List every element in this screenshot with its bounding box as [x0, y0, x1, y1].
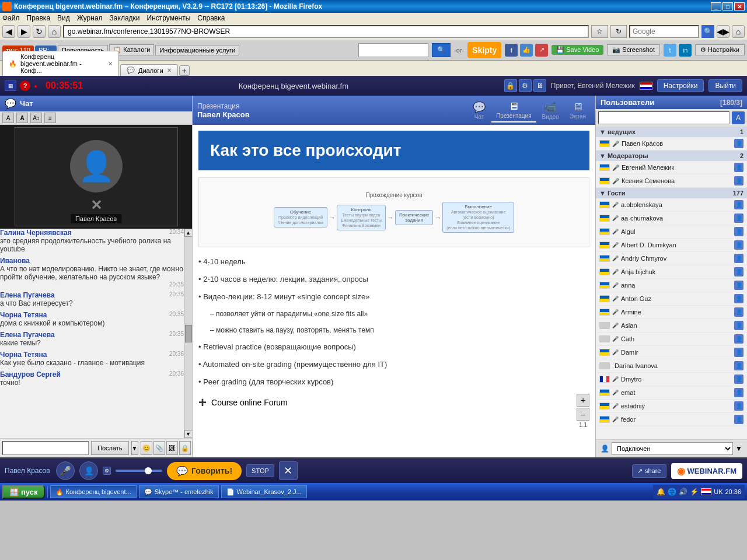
users-search-icon[interactable]: A	[732, 111, 745, 124]
chat-text-input[interactable]	[2, 441, 89, 455]
new-tab-button[interactable]: +	[179, 65, 190, 76]
nav-icon-2[interactable]: ⌂	[732, 25, 745, 38]
twitter-icon[interactable]: t	[664, 44, 676, 57]
g-action-4[interactable]: 👤	[734, 254, 743, 263]
tab-dialogs[interactable]: 💬 Диалоги ✕	[120, 64, 178, 76]
chat-lock-icon[interactable]: 🔒	[179, 441, 191, 455]
start-button[interactable]: 🪟 пуск	[2, 485, 45, 499]
nav-icon-1[interactable]: ◀▶	[717, 25, 729, 38]
chat-image-icon[interactable]: 🖼	[166, 441, 178, 455]
hand-button[interactable]: ✕	[279, 461, 298, 480]
camera-button[interactable]: 👤	[79, 461, 98, 480]
zoom-in-button[interactable]: +	[577, 394, 589, 407]
ext-info-btn[interactable]: Информационные услуги	[155, 45, 239, 55]
g-action-0[interactable]: 👤	[734, 200, 743, 209]
section-hosts-header[interactable]: ▼ ведущих 1	[596, 127, 747, 137]
minimize-button[interactable]: _	[711, 2, 721, 10]
send-arrow-button[interactable]: ▼	[131, 441, 138, 455]
menu-tools[interactable]: Инструменты	[147, 14, 191, 22]
chat-tool-d[interactable]: ≡	[44, 113, 56, 123]
user-action-icon-0[interactable]: 👤	[734, 139, 743, 148]
logout-button[interactable]: Выйти	[708, 79, 742, 92]
g-action-2[interactable]: 👤	[734, 227, 743, 236]
close-button[interactable]: ✕	[734, 2, 745, 10]
section-mods-header[interactable]: ▼ Модераторы 2	[596, 150, 747, 161]
screenshot-btn[interactable]: 📷 Screenshot	[607, 44, 660, 55]
g-action-5[interactable]: 👤	[734, 267, 743, 276]
menu-view[interactable]: Вид	[57, 14, 70, 22]
taskbar-item-2[interactable]: 📄 Webinar_Krasov_2.J...	[221, 485, 307, 498]
tab-chat[interactable]: 💬 Чат	[468, 99, 490, 123]
security-icon-btn[interactable]: 🔒	[504, 79, 517, 92]
tab-screen[interactable]: 🖥 Экран	[565, 99, 591, 122]
back-button[interactable]: ◀	[2, 25, 15, 38]
home-button[interactable]: ⌂	[48, 25, 61, 38]
thumbs-icon[interactable]: 👍	[520, 44, 533, 57]
menu-bookmarks[interactable]: Закладки	[110, 14, 140, 22]
reload-page-button[interactable]: ↻	[610, 25, 627, 38]
search-button[interactable]: 🔍	[701, 25, 714, 38]
g-action-7[interactable]: 👤	[734, 294, 743, 303]
tab-dialogs-close[interactable]: ✕	[167, 67, 172, 74]
stop-button[interactable]: STOP	[246, 464, 274, 477]
taskbar-item-0[interactable]: 🔥 Конференц bigevent...	[50, 485, 137, 498]
help-circle-icon[interactable]: ?	[20, 80, 30, 91]
g-action-15[interactable]: 👤	[734, 401, 743, 411]
menu-help[interactable]: Справка	[197, 14, 225, 22]
settings-ext-btn[interactable]: ⚙ Настройки	[695, 44, 745, 55]
chat-attach-icon[interactable]: 📎	[153, 441, 165, 455]
ext-text-input[interactable]	[358, 43, 428, 57]
maximize-button[interactable]: □	[722, 2, 733, 10]
chat-tool-c[interactable]: A↕	[30, 113, 42, 123]
send-button[interactable]: Послать	[91, 441, 129, 455]
g-action-11[interactable]: 👤	[734, 348, 743, 357]
scroll-thumb[interactable]	[185, 325, 192, 342]
scroll-down-button[interactable]: ▼	[184, 430, 193, 438]
menu-history[interactable]: Журнал	[77, 14, 103, 22]
g-action-9[interactable]: 👤	[734, 321, 743, 330]
speak-button[interactable]: 💬 Говорить!	[167, 462, 242, 480]
address-bar[interactable]	[63, 25, 589, 38]
facebook-icon[interactable]: f	[505, 44, 518, 57]
sys-icon-3[interactable]: 🔊	[679, 488, 687, 496]
tab-presentation[interactable]: 🖥 Презентация	[491, 98, 536, 123]
go-button[interactable]: ☆	[591, 25, 608, 38]
tab-conference[interactable]: 🔥 Конференц bigevent.webinar.fm - Конф..…	[2, 51, 119, 76]
settings-mini-btn[interactable]: ⚙	[103, 467, 111, 475]
sys-icon-1[interactable]: 🔔	[657, 488, 665, 496]
ext-search-go[interactable]: 🔍	[432, 43, 451, 57]
taskbar-item-1[interactable]: 💬 Skype™ - emelezhik	[139, 485, 219, 498]
screen-icon-btn[interactable]: 🖥	[533, 79, 546, 92]
settings-button[interactable]: Настройки	[657, 79, 704, 92]
g-action-16[interactable]: 👤	[734, 415, 743, 424]
header-tab-icon[interactable]: ▦	[5, 80, 16, 91]
tab-conference-close[interactable]: ✕	[108, 61, 113, 67]
save-video-btn[interactable]: 💾 Save Video	[551, 45, 603, 55]
skipty-logo[interactable]: Skipty	[467, 42, 501, 58]
user-action-icon-mod-0[interactable]: 👤	[734, 163, 743, 172]
sys-icon-4[interactable]: ⚡	[690, 488, 699, 496]
reload-button[interactable]: ↻	[33, 25, 46, 38]
connected-select[interactable]: Подключен	[612, 442, 733, 455]
config-icon-btn[interactable]: ⚙	[519, 79, 532, 92]
g-action-10[interactable]: 👤	[734, 334, 743, 344]
tab-video[interactable]: 📹 Видео	[537, 99, 564, 123]
sys-icon-2[interactable]: 🌐	[668, 488, 676, 496]
users-search-input[interactable]	[598, 111, 729, 124]
linkedin-icon[interactable]: in	[679, 44, 692, 57]
g-action-8[interactable]: 👤	[734, 307, 743, 317]
mic-button[interactable]: 🎤	[56, 461, 75, 480]
g-action-6[interactable]: 👤	[734, 281, 743, 290]
g-action-1[interactable]: 👤	[734, 214, 743, 223]
g-action-12[interactable]: 👤	[734, 361, 743, 370]
chat-tool-b[interactable]: A	[16, 113, 28, 123]
g-action-3[interactable]: 👤	[734, 240, 743, 250]
chat-emoji-icon[interactable]: 😊	[141, 441, 152, 455]
g-action-14[interactable]: 👤	[734, 388, 743, 397]
share-button[interactable]: ↗ share	[632, 464, 666, 478]
volume-thumb[interactable]	[145, 467, 152, 474]
chat-tool-a[interactable]: A	[2, 113, 14, 123]
menu-edit[interactable]: Правка	[27, 14, 51, 22]
share-icon2[interactable]: ↗	[535, 44, 548, 57]
user-action-icon-mod-1[interactable]: 👤	[734, 176, 743, 186]
